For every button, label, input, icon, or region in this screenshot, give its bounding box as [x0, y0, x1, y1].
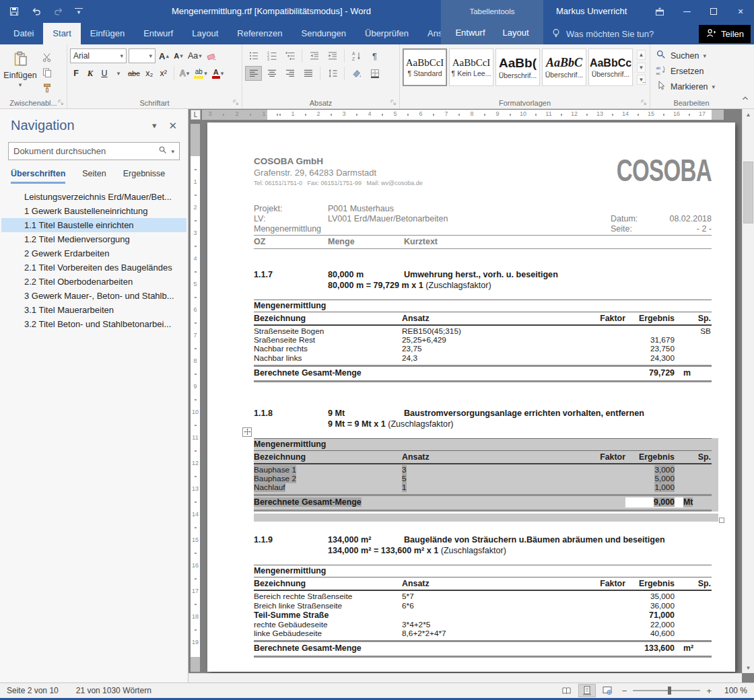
- editing-markieren-button[interactable]: Markieren▾: [653, 79, 730, 94]
- page-indicator[interactable]: Seite 2 von 10: [7, 686, 59, 695]
- align-left-icon[interactable]: [245, 66, 262, 81]
- zoom-slider[interactable]: [633, 690, 700, 691]
- text-effects-button[interactable]: A▾: [178, 66, 191, 81]
- tab-stop-selector[interactable]: L: [191, 110, 201, 120]
- grow-font-button[interactable]: A▴: [158, 48, 170, 63]
- horizontal-scrollbar[interactable]: [188, 673, 742, 682]
- align-center-icon[interactable]: [263, 66, 280, 81]
- nav-item-10[interactable]: 3.2 Titel Beton- und Stahlbetonarbei...: [1, 317, 186, 331]
- show-paragraph-marks-icon[interactable]: ¶: [366, 48, 383, 63]
- clipboard-dialog-launcher-icon[interactable]: [57, 99, 65, 106]
- sort-icon[interactable]: AZ: [348, 48, 365, 63]
- print-layout-button[interactable]: [578, 684, 596, 697]
- mengenermittlung-table[interactable]: MengenermittlungBezeichnungAnsatzFaktorE…: [254, 438, 712, 512]
- tab-start[interactable]: Start: [43, 23, 80, 44]
- shrink-font-button[interactable]: A▾: [172, 48, 184, 63]
- style-card-1[interactable]: AaBbCcI¶ Standard: [403, 48, 447, 86]
- font-name-combo[interactable]: Arial▾: [70, 48, 127, 63]
- nav-item-9[interactable]: 3.1 Titel Mauerarbeiten: [1, 303, 186, 317]
- zoom-slider-thumb[interactable]: [668, 687, 671, 695]
- paste-dropdown-icon[interactable]: ▾: [19, 81, 22, 88]
- editing-ersetzen-button[interactable]: abacErsetzen: [653, 63, 730, 79]
- font-color-button[interactable]: A▾: [211, 66, 226, 81]
- share-button[interactable]: Teilen: [699, 25, 751, 43]
- contextual-tab-layout[interactable]: Layout: [494, 22, 538, 44]
- zoom-in-icon[interactable]: +: [706, 686, 712, 696]
- nav-item-4[interactable]: 1.2 Titel Medienversorgung: [1, 232, 186, 246]
- styles-scroll-down-icon[interactable]: ▼: [637, 63, 646, 73]
- table-resize-handle[interactable]: [719, 518, 724, 523]
- styles-more-icon[interactable]: ▼̲: [637, 75, 646, 85]
- increase-indent-icon[interactable]: [324, 48, 341, 63]
- zoom-percentage[interactable]: 100 %: [718, 686, 747, 695]
- justify-icon[interactable]: [300, 66, 316, 81]
- tab-datei[interactable]: Datei: [4, 23, 43, 44]
- scrollbar-thumb[interactable]: [743, 162, 753, 223]
- style-card-2[interactable]: AaBbCcI¶ Kein Lee...: [449, 48, 493, 86]
- editing-suchen-button[interactable]: Suchen▾: [653, 48, 730, 63]
- decrease-indent-icon[interactable]: [306, 48, 322, 63]
- superscript-button[interactable]: x²: [158, 66, 170, 81]
- multilevel-list-icon[interactable]: [281, 48, 298, 63]
- redo-icon[interactable]: [53, 5, 65, 18]
- nav-item-3[interactable]: 1.1 Titel Baustelle einrichten: [1, 218, 186, 232]
- bullets-icon[interactable]: [245, 48, 262, 63]
- style-card-4[interactable]: AaBbCÜberschrif...: [542, 48, 586, 86]
- styles-dialog-launcher-icon[interactable]: [640, 99, 648, 106]
- nav-tab-seiten[interactable]: Seiten: [82, 169, 106, 184]
- subscript-button[interactable]: x₂: [143, 66, 156, 81]
- align-right-icon[interactable]: [281, 66, 298, 81]
- search-dropdown-icon[interactable]: ▾: [171, 148, 174, 155]
- tab-überprüfen[interactable]: Überprüfen: [355, 23, 418, 44]
- search-icon[interactable]: [158, 145, 168, 158]
- change-case-button[interactable]: Aa▾: [186, 48, 203, 63]
- format-painter-icon[interactable]: [39, 81, 55, 95]
- document-search-box[interactable]: ▾: [8, 142, 180, 160]
- contextual-tab-entwurf[interactable]: Entwurf: [446, 22, 493, 44]
- copy-icon[interactable]: [39, 66, 55, 79]
- numbering-icon[interactable]: 123: [263, 48, 280, 63]
- nav-tab-ergebnisse[interactable]: Ergebnisse: [123, 169, 166, 184]
- shading-icon[interactable]: [348, 66, 365, 81]
- underline-dropdown-icon[interactable]: ▾: [112, 66, 125, 81]
- strikethrough-button[interactable]: abc: [127, 66, 141, 81]
- paragraph-dialog-launcher-icon[interactable]: [390, 99, 397, 106]
- read-mode-button[interactable]: [558, 684, 576, 697]
- nav-item-2[interactable]: 1 Gewerk Baustelleneinrichtung: [1, 204, 186, 218]
- nav-item-7[interactable]: 2.2 Titel Oberbodenarbeiten: [1, 275, 186, 289]
- tab-entwurf[interactable]: Entwurf: [134, 23, 182, 44]
- borders-icon[interactable]: [366, 66, 383, 81]
- line-spacing-icon[interactable]: [324, 66, 341, 81]
- navigation-close-icon[interactable]: ✕: [168, 120, 177, 132]
- underline-button[interactable]: U: [98, 66, 110, 81]
- zoom-out-icon[interactable]: −: [622, 686, 627, 696]
- style-card-5[interactable]: AaBbCcÜberschrif...: [588, 48, 633, 86]
- nav-item-5[interactable]: 2 Gewerk Erdarbeiten: [1, 246, 186, 260]
- undo-icon[interactable]: [30, 5, 42, 18]
- document-page[interactable]: COSOBA GmbH Grafenstr. 29, 64283 Darmsta…: [207, 123, 735, 672]
- italic-button[interactable]: K: [84, 66, 96, 81]
- bold-button[interactable]: F: [70, 66, 82, 81]
- word-count[interactable]: 21 von 1030 Wörtern: [76, 686, 151, 695]
- tab-referenzen[interactable]: Referenzen: [228, 23, 292, 44]
- styles-scroll-up-icon[interactable]: ▲: [637, 50, 646, 60]
- nav-item-6[interactable]: 2.1 Titel Vorbereiten des Baugeländes: [1, 260, 186, 275]
- search-input[interactable]: [13, 146, 155, 156]
- navigation-options-dropdown-icon[interactable]: ▾: [152, 120, 157, 131]
- table-move-handle-icon[interactable]: [242, 427, 252, 437]
- clear-formatting-icon[interactable]: [205, 48, 219, 63]
- collapse-ribbon-icon[interactable]: [741, 94, 750, 106]
- cut-icon[interactable]: [39, 50, 55, 64]
- nav-item-8[interactable]: 3 Gewerk Mauer-, Beton- und Stahlb...: [1, 289, 186, 303]
- close-button[interactable]: ×: [727, 0, 754, 23]
- style-card-3[interactable]: AaBb(Überschrif...: [495, 48, 540, 86]
- tab-einfügen[interactable]: Einfügen: [81, 23, 134, 44]
- scroll-down-icon[interactable]: ▼: [743, 662, 754, 673]
- tell-me-box[interactable]: Was möchten Sie tun?: [551, 23, 654, 44]
- vertical-scrollbar[interactable]: ▲ ▼: [742, 109, 754, 673]
- save-icon[interactable]: [8, 5, 20, 18]
- font-size-combo[interactable]: ▾: [129, 48, 156, 63]
- tab-sendungen[interactable]: Sendungen: [292, 23, 356, 44]
- minimize-button[interactable]: [673, 0, 700, 23]
- tab-layout[interactable]: Layout: [182, 23, 228, 44]
